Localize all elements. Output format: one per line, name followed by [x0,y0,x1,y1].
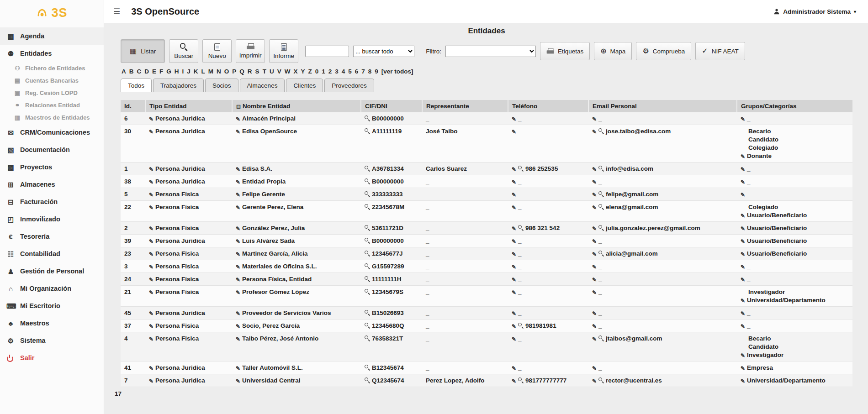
alphabet-show-all[interactable]: [ver todos] [381,68,413,75]
edit-icon[interactable]: ✎ [236,264,240,270]
edit-icon[interactable]: ✎ [512,167,516,172]
edit-icon[interactable]: ✎ [149,336,153,342]
edit-icon[interactable]: ✎ [592,167,597,172]
edit-icon[interactable]: ✎ [592,324,597,329]
alphabet-letter-F[interactable]: F [159,68,163,75]
app-logo[interactable]: 3S [0,0,104,26]
edit-icon[interactable]: ✎ [149,264,153,270]
zoom-icon[interactable] [365,128,370,134]
zoom-icon[interactable] [365,166,370,171]
edit-icon[interactable]: ✎ [149,192,153,198]
search-scope-select[interactable]: ... buscar todo [353,46,414,57]
alphabet-letter-S[interactable]: S [255,68,259,75]
edit-icon[interactable]: ✎ [741,366,745,371]
alphabet-letter-5[interactable]: 5 [348,68,352,75]
edit-icon[interactable]: ✎ [236,311,240,316]
edit-icon[interactable]: ✎ [741,311,745,316]
zoom-icon[interactable] [598,225,604,231]
alphabet-letter-6[interactable]: 6 [355,68,359,75]
edit-icon[interactable]: ✎ [236,324,240,329]
edit-icon[interactable]: ✎ [236,226,240,231]
edit-icon[interactable]: ✎ [592,336,597,342]
alphabet-letter-B[interactable]: B [129,68,134,75]
sidebar-item-mi-organizacion[interactable]: ⌂Mi Organización [0,280,104,297]
zoom-icon[interactable] [365,365,370,370]
sidebar-item-entidades[interactable]: ⚉Entidades [0,45,104,62]
edit-icon[interactable]: ✎ [512,324,516,329]
sidebar-item-maestros[interactable]: ♣Maestros [0,314,104,332]
alphabet-letter-V[interactable]: V [277,68,281,75]
edit-icon[interactable]: ✎ [741,353,745,358]
nuevo-button[interactable]: Nuevo [202,39,232,63]
alphabet-letter-4[interactable]: 4 [342,68,345,75]
alphabet-letter-O[interactable]: O [224,68,229,75]
tab-proveedores[interactable]: Proveedores [324,79,374,92]
edit-icon[interactable]: ✎ [741,324,745,329]
edit-icon[interactable]: ✎ [149,252,153,257]
alphabet-letter-E[interactable]: E [152,68,156,75]
alphabet-letter-8[interactable]: 8 [368,68,372,75]
edit-icon[interactable]: ✎ [149,116,153,122]
comprueba-button[interactable]: ⚙Comprueba [636,42,691,60]
edit-icon[interactable]: ✎ [741,239,745,244]
column-header[interactable]: Grupos/Categorías [737,100,852,112]
edit-icon[interactable]: ✎ [149,239,153,244]
sidebar-subitem-maestros-de-entidades[interactable]: ▥Maestros de Entidades [0,111,104,124]
edit-icon[interactable]: ✎ [236,366,240,371]
zoom-icon[interactable] [365,263,370,269]
edit-icon[interactable]: ✎ [236,116,240,122]
alphabet-letter-K[interactable]: K [194,68,198,75]
zoom-icon[interactable] [365,289,370,294]
edit-icon[interactable]: ✎ [512,226,516,231]
tab-socios[interactable]: Socios [205,79,238,92]
edit-icon[interactable]: ✎ [592,116,597,122]
alphabet-letter-R[interactable]: R [248,68,252,75]
edit-icon[interactable]: ✎ [592,311,597,316]
zoom-icon[interactable] [365,323,370,328]
tab-almacenes[interactable]: Almacenes [240,79,285,92]
column-header[interactable]: Id. [121,100,145,112]
edit-icon[interactable]: ✎ [149,129,153,135]
sidebar-item-almacenes[interactable]: ⊞Almacenes [0,176,104,193]
zoom-icon[interactable] [365,310,370,315]
zoom-icon[interactable] [365,276,370,282]
edit-icon[interactable]: ✎ [512,366,516,371]
edit-icon[interactable]: ✎ [592,205,597,210]
tab-clientes[interactable]: Clientes [286,79,323,92]
edit-icon[interactable]: ✎ [512,264,516,270]
zoom-icon[interactable] [518,377,524,383]
edit-icon[interactable]: ✎ [149,366,153,371]
edit-icon[interactable]: ✎ [236,167,240,172]
sidebar-subitem-relaciones-entidad[interactable]: ⚭Relaciones Entidad [0,99,104,111]
edit-icon[interactable]: ✎ [741,298,745,304]
edit-icon[interactable]: ✎ [741,213,745,219]
edit-icon[interactable]: ✎ [741,167,745,172]
edit-icon[interactable]: ✎ [236,336,240,342]
edit-icon[interactable]: ✎ [741,378,745,384]
edit-icon[interactable]: ✎ [741,179,745,185]
zoom-icon[interactable] [518,166,524,171]
edit-icon[interactable]: ✎ [592,378,597,384]
edit-icon[interactable]: ✎ [149,179,153,185]
edit-icon[interactable]: ✎ [592,252,597,257]
edit-icon[interactable]: ✎ [592,239,597,244]
edit-icon[interactable]: ✎ [512,239,516,244]
edit-icon[interactable]: ✎ [512,192,516,198]
edit-icon[interactable]: ✎ [741,226,745,231]
edit-icon[interactable]: ✎ [236,277,240,283]
alphabet-letter-Q[interactable]: Q [239,68,244,75]
alphabet-letter-I[interactable]: I [182,68,184,75]
edit-icon[interactable]: ✎ [512,277,516,283]
zoom-icon[interactable] [518,323,524,328]
edit-icon[interactable]: ✎ [592,226,597,231]
edit-icon[interactable]: ✎ [512,336,516,342]
sidebar-item-salir[interactable]: Salir [0,349,104,367]
zoom-icon[interactable] [365,204,370,210]
edit-icon[interactable]: ✎ [149,167,153,172]
zoom-icon[interactable] [598,191,604,197]
alphabet-letter-0[interactable]: 0 [315,68,319,75]
edit-icon[interactable]: ✎ [512,179,516,185]
column-header[interactable]: ⊟Nombre Entidad [232,100,361,112]
filter-select[interactable] [445,46,536,57]
tab-trabajadores[interactable]: Trabajadores [153,79,204,92]
